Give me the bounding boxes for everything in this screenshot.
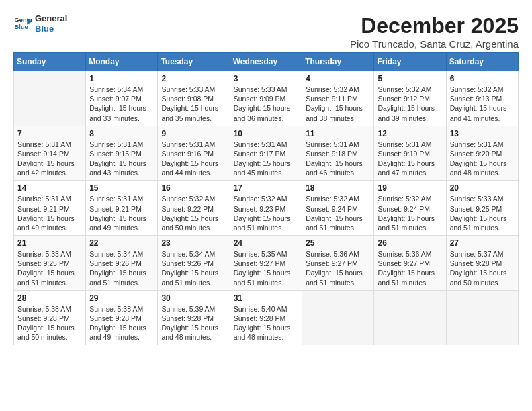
day-info: Sunrise: 5:33 AMSunset: 9:09 PMDaylight:… [234,85,299,123]
title-area: December 2025 Pico Truncado, Santa Cruz,… [350,13,519,50]
day-number: 18 [306,183,370,193]
header-day-saturday: Saturday [446,53,518,71]
day-info: Sunrise: 5:32 AMSunset: 9:24 PMDaylight:… [306,194,370,232]
calendar-cell [302,290,374,345]
day-info: Sunrise: 5:31 AMSunset: 9:18 PMDaylight:… [306,140,370,178]
logo-line2: Blue [35,24,67,34]
calendar-cell: 20Sunrise: 5:33 AMSunset: 9:25 PMDayligh… [446,181,518,236]
day-number: 22 [89,238,154,248]
logo-area: General Blue General Blue [13,13,67,34]
day-info: Sunrise: 5:36 AMSunset: 9:27 PMDaylight:… [306,249,370,287]
day-number: 10 [234,129,299,138]
day-info: Sunrise: 5:36 AMSunset: 9:27 PMDaylight:… [378,249,442,287]
day-number: 23 [161,238,226,248]
day-number: 15 [89,183,154,193]
calendar-cell: 27Sunrise: 5:37 AMSunset: 9:28 PMDayligh… [446,236,518,291]
calendar-table: SundayMondayTuesdayWednesdayThursdayFrid… [13,52,519,345]
calendar-cell: 12Sunrise: 5:31 AMSunset: 9:19 PMDayligh… [374,126,446,181]
header-day-thursday: Thursday [302,53,374,71]
day-number: 9 [161,129,226,138]
calendar-cell: 26Sunrise: 5:36 AMSunset: 9:27 PMDayligh… [374,236,446,291]
calendar-cell: 1Sunrise: 5:34 AMSunset: 9:07 PMDaylight… [86,71,158,126]
week-row-4: 21Sunrise: 5:33 AMSunset: 9:25 PMDayligh… [14,236,519,291]
calendar-cell: 16Sunrise: 5:32 AMSunset: 9:22 PMDayligh… [158,181,230,236]
day-info: Sunrise: 5:33 AMSunset: 9:25 PMDaylight:… [450,194,515,232]
day-info: Sunrise: 5:32 AMSunset: 9:22 PMDaylight:… [161,194,226,232]
week-row-5: 28Sunrise: 5:38 AMSunset: 9:28 PMDayligh… [14,290,519,345]
calendar-cell: 14Sunrise: 5:31 AMSunset: 9:21 PMDayligh… [14,181,86,236]
day-number: 27 [450,238,515,248]
day-number: 25 [306,238,370,248]
day-number: 7 [17,129,82,138]
day-number: 17 [234,183,299,193]
day-number: 14 [17,183,82,193]
day-info: Sunrise: 5:38 AMSunset: 9:28 PMDaylight:… [17,304,82,342]
day-info: Sunrise: 5:33 AMSunset: 9:25 PMDaylight:… [17,249,82,287]
day-info: Sunrise: 5:31 AMSunset: 9:17 PMDaylight:… [234,140,299,178]
day-info: Sunrise: 5:31 AMSunset: 9:20 PMDaylight:… [450,140,515,178]
day-number: 4 [306,74,370,83]
day-number: 26 [378,238,442,248]
calendar-cell: 2Sunrise: 5:33 AMSunset: 9:08 PMDaylight… [158,71,230,126]
day-info: Sunrise: 5:31 AMSunset: 9:21 PMDaylight:… [89,194,154,232]
day-info: Sunrise: 5:39 AMSunset: 9:28 PMDaylight:… [161,304,226,342]
day-info: Sunrise: 5:38 AMSunset: 9:28 PMDaylight:… [89,304,154,342]
day-info: Sunrise: 5:32 AMSunset: 9:13 PMDaylight:… [450,85,515,123]
calendar-cell: 5Sunrise: 5:32 AMSunset: 9:12 PMDaylight… [374,71,446,126]
day-number: 28 [17,293,82,303]
day-number: 24 [234,238,299,248]
calendar-cell [374,290,446,345]
logo-line1: General [35,13,67,24]
day-number: 20 [450,183,515,193]
day-number: 12 [378,129,442,138]
calendar-cell: 3Sunrise: 5:33 AMSunset: 9:09 PMDaylight… [230,71,302,126]
day-info: Sunrise: 5:34 AMSunset: 9:26 PMDaylight:… [89,249,154,287]
day-number: 21 [17,238,82,248]
day-info: Sunrise: 5:37 AMSunset: 9:28 PMDaylight:… [450,249,515,287]
header-day-sunday: Sunday [14,53,86,71]
day-info: Sunrise: 5:31 AMSunset: 9:21 PMDaylight:… [17,194,82,232]
calendar-cell [14,71,86,126]
day-number: 6 [450,74,515,83]
svg-text:Blue: Blue [15,24,28,30]
day-info: Sunrise: 5:35 AMSunset: 9:27 PMDaylight:… [234,249,299,287]
day-info: Sunrise: 5:34 AMSunset: 9:26 PMDaylight:… [161,249,226,287]
calendar-cell: 18Sunrise: 5:32 AMSunset: 9:24 PMDayligh… [302,181,374,236]
calendar-cell: 22Sunrise: 5:34 AMSunset: 9:26 PMDayligh… [86,236,158,291]
main-title: December 2025 [350,13,519,38]
day-number: 8 [89,129,154,138]
day-number: 2 [161,74,226,83]
week-row-3: 14Sunrise: 5:31 AMSunset: 9:21 PMDayligh… [14,181,519,236]
calendar-cell: 4Sunrise: 5:32 AMSunset: 9:11 PMDaylight… [302,71,374,126]
calendar-cell [446,290,518,345]
header-day-tuesday: Tuesday [158,53,230,71]
day-number: 5 [378,74,442,83]
header-day-monday: Monday [86,53,158,71]
day-number: 11 [306,129,370,138]
subtitle: Pico Truncado, Santa Cruz, Argentina [350,38,519,50]
calendar-cell: 30Sunrise: 5:39 AMSunset: 9:28 PMDayligh… [158,290,230,345]
day-number: 16 [161,183,226,193]
day-info: Sunrise: 5:40 AMSunset: 9:28 PMDaylight:… [234,304,299,342]
day-number: 31 [234,293,299,303]
day-info: Sunrise: 5:34 AMSunset: 9:07 PMDaylight:… [89,85,154,123]
day-number: 30 [161,293,226,303]
calendar-cell: 10Sunrise: 5:31 AMSunset: 9:17 PMDayligh… [230,126,302,181]
calendar-cell: 6Sunrise: 5:32 AMSunset: 9:13 PMDaylight… [446,71,518,126]
day-number: 19 [378,183,442,193]
calendar-cell: 29Sunrise: 5:38 AMSunset: 9:28 PMDayligh… [86,290,158,345]
calendar-cell: 21Sunrise: 5:33 AMSunset: 9:25 PMDayligh… [14,236,86,291]
calendar-cell: 19Sunrise: 5:32 AMSunset: 9:24 PMDayligh… [374,181,446,236]
calendar-cell: 17Sunrise: 5:32 AMSunset: 9:23 PMDayligh… [230,181,302,236]
day-info: Sunrise: 5:32 AMSunset: 9:23 PMDaylight:… [234,194,299,232]
calendar-cell: 25Sunrise: 5:36 AMSunset: 9:27 PMDayligh… [302,236,374,291]
page-header: General Blue General Blue December 2025 … [13,13,519,50]
logo-icon: General Blue [13,14,32,33]
day-info: Sunrise: 5:32 AMSunset: 9:12 PMDaylight:… [378,85,442,123]
day-info: Sunrise: 5:31 AMSunset: 9:14 PMDaylight:… [17,140,82,178]
header-day-wednesday: Wednesday [230,53,302,71]
calendar-cell: 9Sunrise: 5:31 AMSunset: 9:16 PMDaylight… [158,126,230,181]
day-info: Sunrise: 5:32 AMSunset: 9:11 PMDaylight:… [306,85,370,123]
week-row-2: 7Sunrise: 5:31 AMSunset: 9:14 PMDaylight… [14,126,519,181]
header-row: SundayMondayTuesdayWednesdayThursdayFrid… [14,53,519,71]
